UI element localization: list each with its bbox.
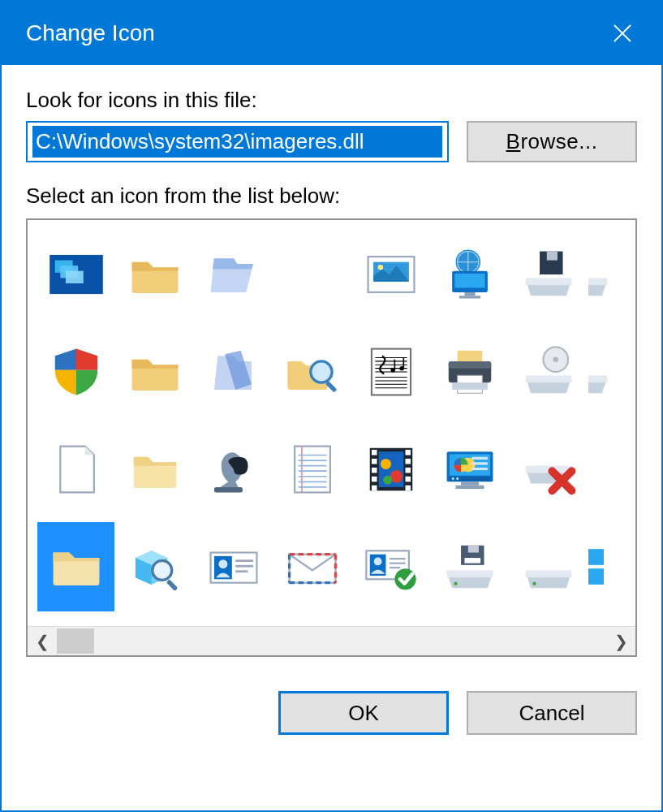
svg-rect-86 bbox=[588, 568, 604, 585]
icon-cell-notepad[interactable] bbox=[273, 425, 351, 514]
icon-list-box: ❮ ❯ bbox=[26, 218, 637, 657]
search-cube-icon bbox=[127, 538, 183, 595]
svg-rect-39 bbox=[405, 450, 411, 456]
svg-rect-3 bbox=[65, 271, 83, 283]
control-panel-icon bbox=[441, 441, 498, 498]
icon-cell-empty-2[interactable] bbox=[588, 425, 613, 514]
icon-cell-control-panel[interactable] bbox=[431, 425, 508, 514]
icon-cell-games[interactable] bbox=[195, 425, 272, 514]
icon-cell-save-floppy[interactable] bbox=[431, 522, 508, 611]
icon-cell-folder-blue-glass[interactable] bbox=[195, 327, 272, 417]
svg-rect-53 bbox=[449, 477, 489, 481]
close-button[interactable] bbox=[601, 12, 644, 54]
ok-button[interactable]: OK bbox=[278, 691, 449, 735]
svg-rect-38 bbox=[371, 486, 377, 491]
title-bar: Change Icon bbox=[2, 2, 661, 65]
icon-cell-windows-partial[interactable] bbox=[588, 522, 613, 611]
svg-rect-84 bbox=[588, 549, 604, 565]
cancel-button[interactable]: Cancel bbox=[467, 691, 637, 735]
svg-rect-25 bbox=[452, 382, 488, 390]
icon-cell-folder-glass-1[interactable] bbox=[195, 230, 272, 319]
horizontal-scrollbar[interactable]: ❮ ❯ bbox=[28, 626, 635, 655]
svg-rect-78 bbox=[464, 558, 480, 564]
icon-cell-drive-plain[interactable] bbox=[510, 522, 587, 611]
icon-cell-search-cube[interactable] bbox=[116, 522, 193, 611]
icon-cell-folder-selected[interactable] bbox=[37, 522, 114, 611]
svg-rect-51 bbox=[471, 462, 488, 464]
icon-cell-partial-2[interactable] bbox=[588, 327, 613, 417]
icon-cell-empty-1[interactable] bbox=[273, 230, 351, 319]
svg-rect-72 bbox=[389, 558, 405, 559]
svg-point-46 bbox=[390, 470, 402, 482]
icon-cell-music-sheet[interactable] bbox=[352, 327, 429, 417]
icon-cell-folder-search[interactable] bbox=[273, 327, 351, 417]
svg-rect-32 bbox=[295, 447, 330, 493]
folder-selected-icon bbox=[48, 538, 105, 595]
icon-cell-picture[interactable] bbox=[352, 230, 429, 319]
svg-rect-41 bbox=[405, 468, 411, 473]
svg-rect-13 bbox=[546, 252, 557, 261]
chess-games-icon bbox=[205, 441, 262, 498]
browse-button[interactable]: Browse... bbox=[467, 121, 637, 162]
icon-cell-shield[interactable] bbox=[37, 327, 114, 417]
svg-rect-37 bbox=[371, 477, 377, 482]
icon-cell-drive-error[interactable] bbox=[510, 425, 587, 514]
svg-rect-34 bbox=[371, 450, 377, 456]
svg-rect-10 bbox=[464, 292, 475, 296]
svg-rect-31 bbox=[213, 487, 242, 493]
icon-cell-contact-card-ok[interactable] bbox=[352, 522, 429, 611]
path-input-container[interactable] bbox=[26, 121, 449, 162]
dialog-footer: OK Cancel bbox=[2, 657, 661, 735]
svg-point-16 bbox=[310, 361, 331, 382]
svg-point-75 bbox=[394, 568, 415, 590]
svg-rect-81 bbox=[525, 570, 571, 577]
folder-blue-glass-icon bbox=[205, 343, 262, 400]
svg-point-80 bbox=[454, 582, 457, 585]
svg-rect-60 bbox=[166, 579, 178, 591]
monitor-globe-icon bbox=[441, 246, 498, 303]
desktop-thumbnails-icon bbox=[48, 246, 105, 303]
svg-point-63 bbox=[218, 559, 227, 568]
drive-partial-icon bbox=[588, 246, 613, 303]
icon-cell-contact-card[interactable] bbox=[195, 522, 272, 611]
svg-rect-57 bbox=[455, 486, 484, 489]
icon-cell-folder-2[interactable] bbox=[116, 327, 193, 417]
svg-rect-15 bbox=[588, 278, 607, 285]
icon-cell-mail[interactable] bbox=[273, 522, 351, 611]
icon-cell-folder-1[interactable] bbox=[116, 230, 193, 319]
svg-point-71 bbox=[373, 558, 381, 566]
save-floppy-icon bbox=[441, 538, 498, 595]
icon-cell-folder-light[interactable] bbox=[116, 425, 193, 514]
folder-icon bbox=[127, 246, 183, 303]
select-label: Select an icon from the list below: bbox=[26, 184, 637, 209]
svg-point-59 bbox=[152, 560, 171, 580]
svg-rect-36 bbox=[371, 468, 377, 473]
scroll-thumb[interactable] bbox=[57, 628, 94, 654]
svg-point-47 bbox=[383, 476, 392, 485]
icon-grid bbox=[37, 230, 631, 620]
icon-cell-partial-1[interactable] bbox=[588, 230, 613, 319]
icon-cell-monitor-globe[interactable] bbox=[431, 230, 508, 319]
icon-cell-blank-doc[interactable] bbox=[37, 425, 114, 514]
scroll-left-button[interactable]: ❮ bbox=[28, 627, 57, 655]
svg-rect-52 bbox=[471, 468, 488, 470]
svg-rect-56 bbox=[461, 482, 479, 485]
icon-cell-drive-floppy[interactable] bbox=[510, 230, 587, 319]
svg-rect-64 bbox=[235, 559, 253, 562]
drive-error-icon bbox=[520, 441, 577, 498]
contact-card-icon bbox=[205, 538, 262, 595]
printer-icon bbox=[441, 343, 498, 400]
icon-cell-video[interactable] bbox=[352, 425, 429, 514]
icon-cell-desktop-thumbnails[interactable] bbox=[37, 230, 114, 319]
scroll-right-button[interactable]: ❯ bbox=[606, 627, 635, 655]
drive-floppy-icon bbox=[520, 246, 577, 303]
icon-cell-printer[interactable] bbox=[431, 327, 508, 417]
scroll-track[interactable] bbox=[57, 627, 606, 655]
path-input[interactable] bbox=[32, 126, 442, 158]
drive-icon bbox=[520, 538, 577, 595]
video-film-icon bbox=[363, 441, 420, 498]
windows-partial-icon bbox=[588, 538, 613, 595]
svg-rect-50 bbox=[471, 457, 488, 460]
icon-cell-disc-drive[interactable] bbox=[510, 327, 587, 417]
svg-rect-42 bbox=[405, 477, 411, 482]
